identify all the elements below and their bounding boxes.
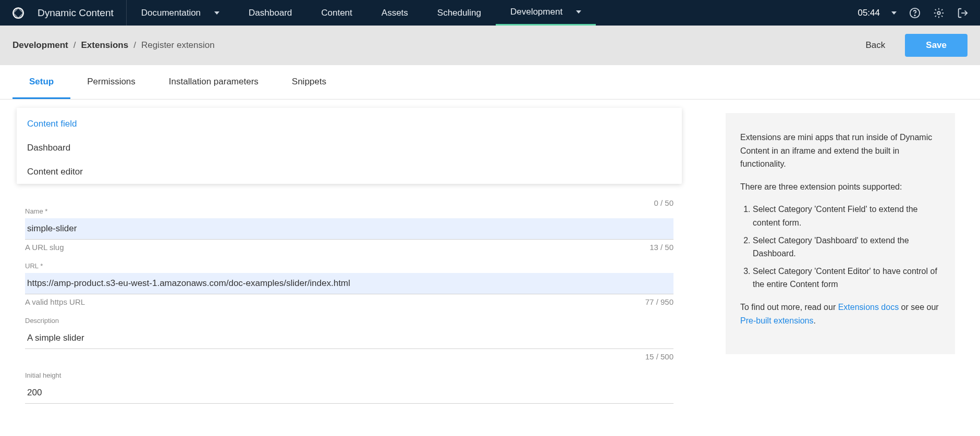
tab-snippets[interactable]: Snippets <box>275 65 343 99</box>
tab-permissions[interactable]: Permissions <box>70 65 152 99</box>
info-list: Select Category 'Content Field' to exten… <box>740 203 940 291</box>
tab-setup[interactable]: Setup <box>13 65 70 99</box>
initial-height-label: Initial height <box>25 371 673 379</box>
url-input[interactable] <box>25 273 673 294</box>
name-hint: A URL slug <box>25 243 64 252</box>
tab-installation-parameters[interactable]: Installation parameters <box>152 65 275 99</box>
url-char-counter: 77 / 950 <box>645 297 673 306</box>
info-list-item-2: Select Category 'Dashboard' to extend th… <box>753 234 940 260</box>
nav-label: Development <box>510 7 562 17</box>
name-input[interactable] <box>25 218 673 240</box>
info-paragraph-2: There are three extension points support… <box>740 180 940 194</box>
name-char-counter: 13 / 50 <box>650 243 673 252</box>
svg-point-2 <box>914 15 915 15</box>
chevron-down-icon <box>891 11 897 15</box>
nav-content[interactable]: Content <box>307 0 367 26</box>
breadcrumb: Development / Extensions / Register exte… <box>13 40 215 51</box>
nav-documentation[interactable]: Documentation <box>127 0 234 26</box>
category-dropdown[interactable]: Content field Dashboard Content editor <box>17 108 682 184</box>
category-option-content-field[interactable]: Content field <box>17 112 682 136</box>
info-list-item-3: Select Category 'Content Editor' to have… <box>753 265 940 291</box>
initial-height-field: Initial height <box>25 371 673 404</box>
top-nav: Dynamic Content Documentation Dashboard … <box>0 0 980 26</box>
url-hint: A valid https URL <box>25 297 85 306</box>
description-field: Description 15 / 500 <box>25 317 673 361</box>
info-paragraph-3: To find out more, read our Extensions do… <box>740 301 940 327</box>
label-char-counter: 0 / 50 <box>25 198 673 207</box>
help-icon[interactable] <box>909 7 921 19</box>
bar-actions: Back Save <box>859 34 968 57</box>
svg-point-3 <box>937 11 940 15</box>
back-button[interactable]: Back <box>859 35 893 56</box>
brand-logo-icon <box>11 6 25 20</box>
nav-label: Assets <box>382 8 408 18</box>
tabs: Setup Permissions Installation parameter… <box>0 65 980 99</box>
main-area: Content field Dashboard Content editor 0… <box>0 99 980 435</box>
breadcrumb-bar: Development / Extensions / Register exte… <box>0 26 980 65</box>
nav-label: Dashboard <box>249 8 292 18</box>
initial-height-input[interactable] <box>25 382 673 404</box>
info-text: . <box>814 316 816 325</box>
nav-label: Documentation <box>141 8 201 18</box>
info-text: or see our <box>899 303 938 312</box>
nav-label: Content <box>321 8 352 18</box>
info-panel: Extensions are mini apps that run inside… <box>726 113 955 354</box>
breadcrumb-current: Register extension <box>141 40 215 51</box>
nav-development[interactable]: Development <box>496 0 596 26</box>
nav-assets[interactable]: Assets <box>367 0 423 26</box>
name-field: Name * A URL slug 13 / 50 <box>25 207 673 252</box>
brand-name: Dynamic Content <box>38 7 114 19</box>
description-label: Description <box>25 317 673 325</box>
name-label: Name * <box>25 207 673 215</box>
category-option-content-editor[interactable]: Content editor <box>17 160 682 184</box>
info-paragraph-1: Extensions are mini apps that run inside… <box>740 131 940 171</box>
form-column: Content field Dashboard Content editor 0… <box>25 113 673 414</box>
nav-right: 05:44 <box>858 7 980 19</box>
save-button[interactable]: Save <box>905 34 967 57</box>
time-value: 05:44 <box>858 8 880 18</box>
breadcrumb-separator: / <box>133 40 136 51</box>
svg-point-0 <box>13 8 23 18</box>
info-list-item-1: Select Category 'Content Field' to exten… <box>753 203 940 229</box>
time-picker[interactable]: 05:44 <box>858 8 897 18</box>
chevron-down-icon <box>576 10 581 14</box>
breadcrumb-development[interactable]: Development <box>13 40 68 51</box>
logo-section: Dynamic Content <box>0 0 127 26</box>
nav-dashboard[interactable]: Dashboard <box>234 0 307 26</box>
breadcrumb-extensions[interactable]: Extensions <box>81 40 128 51</box>
url-label: URL * <box>25 262 673 270</box>
logout-icon[interactable] <box>957 7 969 19</box>
info-text: To find out more, read our <box>740 303 838 312</box>
nav-label: Scheduling <box>437 8 481 18</box>
gear-icon[interactable] <box>933 7 945 19</box>
description-char-counter: 15 / 500 <box>25 352 673 361</box>
category-option-dashboard[interactable]: Dashboard <box>17 136 682 160</box>
url-field: URL * A valid https URL 77 / 950 <box>25 262 673 306</box>
chevron-down-icon <box>214 11 219 15</box>
nav-scheduling[interactable]: Scheduling <box>423 0 496 26</box>
breadcrumb-separator: / <box>74 40 76 51</box>
prebuilt-extensions-link[interactable]: Pre-built extensions <box>740 316 814 325</box>
extensions-docs-link[interactable]: Extensions docs <box>838 303 899 312</box>
description-input[interactable] <box>25 328 673 349</box>
